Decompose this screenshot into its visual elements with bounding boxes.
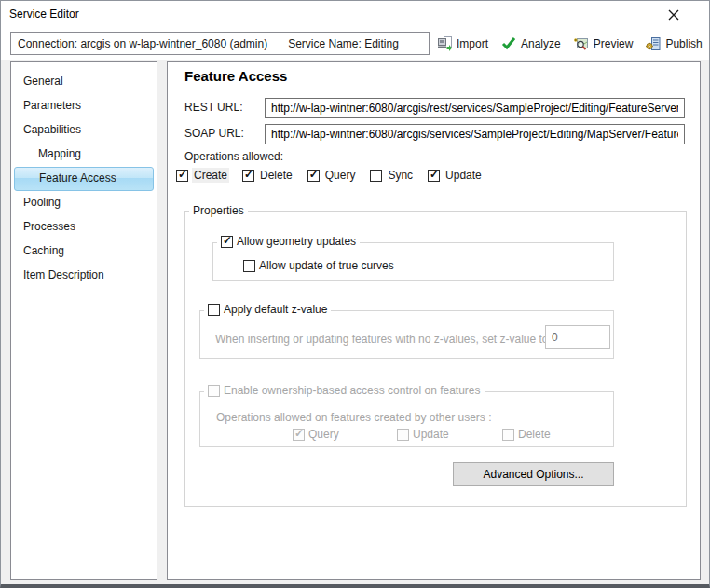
- feature-access-panel: Feature Access REST URL: SOAP URL: Opera…: [167, 61, 701, 580]
- checkbox-create[interactable]: ✓ Create: [176, 168, 229, 183]
- query-checkbox-box[interactable]: ✓: [307, 170, 320, 182]
- query-label: Query: [323, 168, 358, 183]
- analyze-button[interactable]: Analyze: [495, 32, 567, 55]
- close-icon: [667, 8, 680, 21]
- ownership-query-label: Query: [308, 428, 339, 441]
- apply-default-zvalue-label: Apply default z-value: [224, 303, 327, 316]
- default-zvalue-group: Apply default z-value When inserting or …: [199, 310, 614, 359]
- default-zvalue-legend: Apply default z-value: [204, 303, 331, 316]
- delete-checkbox-box[interactable]: ✓: [242, 170, 254, 182]
- apply-default-zvalue-checkbox-box[interactable]: [208, 304, 220, 316]
- sidebar-item-caching[interactable]: Caching: [11, 239, 157, 264]
- checkbox-ownership-query: ✓ Query: [293, 428, 339, 441]
- rest-url-input[interactable]: [265, 98, 685, 118]
- operations-allowed-label: Operations allowed:: [184, 150, 283, 163]
- preview-map-magnifier-icon: [574, 36, 589, 51]
- sync-label: Sync: [386, 168, 415, 183]
- checkbox-query[interactable]: ✓ Query: [307, 168, 358, 183]
- rest-url-label: REST URL:: [184, 101, 242, 114]
- analyze-check-icon: [501, 36, 516, 50]
- ownership-update-label: Update: [413, 428, 449, 441]
- sidebar-item-general[interactable]: General: [11, 70, 157, 94]
- preview-label: Preview: [594, 37, 634, 50]
- checkbox-allow-geometry-updates[interactable]: ✓ Allow geometry updates: [221, 235, 356, 248]
- ownership-update-checkbox-box: [397, 429, 409, 441]
- close-button[interactable]: [662, 4, 685, 26]
- sidebar-item-mapping[interactable]: Mapping: [11, 143, 157, 167]
- allow-true-curves-label: Allow update of true curves: [259, 259, 394, 272]
- delete-label: Delete: [258, 168, 294, 183]
- sidebar-item-item-description[interactable]: Item Description: [11, 264, 157, 288]
- checkbox-delete[interactable]: ✓ Delete: [242, 168, 294, 183]
- window-title: Service Editor: [9, 7, 79, 21]
- import-icon: [437, 36, 452, 51]
- ownership-access-group: Enable ownership-based access control on…: [199, 391, 614, 447]
- page-title: Feature Access: [184, 68, 287, 84]
- preview-button[interactable]: Preview: [567, 32, 640, 55]
- advanced-options-button[interactable]: Advanced Options...: [453, 462, 614, 486]
- ownership-delete-label: Delete: [518, 428, 551, 441]
- soap-url-input[interactable]: [265, 124, 685, 144]
- geometry-updates-group: ✓ Allow geometry updates Allow update of…: [212, 242, 614, 281]
- checkbox-sync[interactable]: Sync: [370, 168, 415, 183]
- sidebar-item-processes[interactable]: Processes: [11, 215, 157, 239]
- publish-label: Publish: [665, 37, 702, 50]
- soap-url-label: SOAP URL:: [184, 127, 244, 140]
- allow-geometry-updates-checkbox-box[interactable]: ✓: [221, 236, 233, 248]
- ownership-query-checkbox-box: ✓: [293, 429, 305, 441]
- header-area: Service Editor Connection: arcgis on w-l…: [1, 1, 709, 60]
- allow-true-curves-checkbox-box[interactable]: [243, 260, 255, 272]
- ownership-delete-checkbox-box: [502, 429, 514, 441]
- connection-text: Connection: arcgis on w-lap-wintner_6080…: [18, 37, 267, 50]
- create-checkbox-box[interactable]: ✓: [176, 170, 188, 182]
- enable-ownership-checkbox-box: [208, 385, 220, 397]
- zvalue-input[interactable]: [545, 325, 610, 349]
- sync-checkbox-box[interactable]: [370, 170, 382, 182]
- operations-checkbox-row: ✓ Create ✓ Delete ✓ Query Sync ✓ Update: [176, 168, 484, 183]
- toolbar: Import Analyze: [430, 32, 710, 55]
- analyze-label: Analyze: [521, 37, 561, 50]
- checkbox-enable-ownership-access: Enable ownership-based access control on…: [208, 384, 481, 397]
- allow-geometry-updates-label: Allow geometry updates: [237, 235, 356, 248]
- service-name-text: Service Name: Editing: [288, 37, 399, 50]
- checkbox-ownership-delete: Delete: [502, 428, 551, 441]
- advanced-options-label: Advanced Options...: [483, 468, 583, 481]
- checkbox-update[interactable]: ✓ Update: [428, 168, 484, 183]
- service-editor-window: Service Editor Connection: arcgis on w-l…: [0, 0, 710, 588]
- zvalue-description: When inserting or updating features with…: [215, 333, 552, 346]
- geometry-updates-legend: ✓ Allow geometry updates: [217, 235, 360, 248]
- publish-icon: [646, 36, 661, 51]
- update-label: Update: [444, 168, 484, 183]
- update-checkbox-box[interactable]: ✓: [428, 170, 440, 182]
- checkbox-allow-true-curves[interactable]: Allow update of true curves: [243, 259, 394, 272]
- create-label: Create: [192, 168, 229, 183]
- sidebar-item-feature-access[interactable]: Feature Access: [14, 167, 154, 191]
- checkbox-apply-default-zvalue[interactable]: Apply default z-value: [208, 303, 327, 316]
- settings-nav-panel: General Parameters Capabilities Mapping …: [10, 61, 157, 580]
- import-label: Import: [457, 37, 488, 50]
- import-button[interactable]: Import: [430, 32, 495, 55]
- enable-ownership-label: Enable ownership-based access control on…: [224, 384, 481, 397]
- sidebar-item-parameters[interactable]: Parameters: [11, 94, 157, 118]
- ownership-description: Operations allowed on features created b…: [216, 411, 492, 424]
- sidebar-item-pooling[interactable]: Pooling: [11, 191, 157, 215]
- ownership-access-legend: Enable ownership-based access control on…: [204, 384, 485, 397]
- connection-info-box: Connection: arcgis on w-lap-wintner_6080…: [10, 32, 430, 55]
- properties-legend: Properties: [189, 204, 248, 217]
- sidebar-item-capabilities[interactable]: Capabilities: [11, 118, 157, 143]
- properties-group: Properties ✓ Allow geometry updates Allo…: [184, 211, 687, 507]
- publish-button[interactable]: Publish: [639, 32, 708, 55]
- checkbox-ownership-update: Update: [397, 428, 449, 441]
